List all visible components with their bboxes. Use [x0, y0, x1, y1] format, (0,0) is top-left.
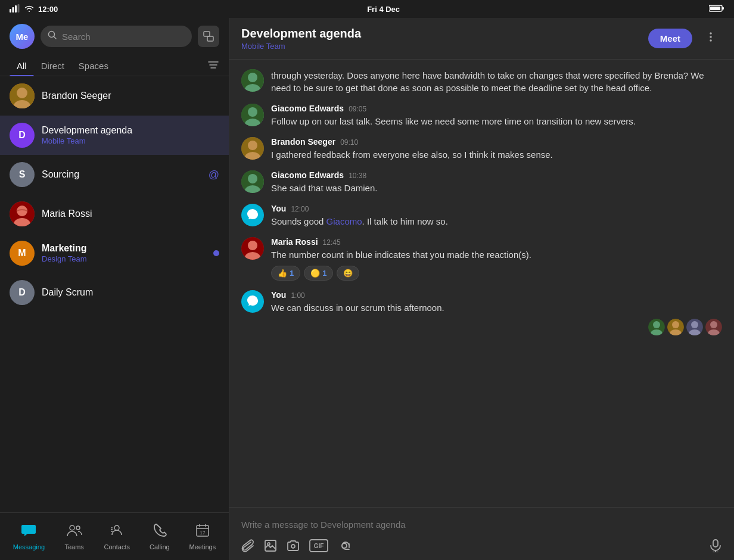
message-avatar: [241, 237, 264, 260]
svg-rect-64: [265, 540, 276, 551]
message-avatar: [241, 290, 264, 313]
message-avatar: [241, 204, 264, 226]
message-row: Maria Rossi 12:45 The number count in bl…: [241, 237, 722, 281]
avatar: S: [10, 162, 35, 187]
reaction-emoji: 👍: [278, 269, 287, 278]
message-sender: Giacomo Edwards: [271, 170, 344, 180]
camera-icon[interactable]: [287, 539, 300, 555]
tab-direct[interactable]: Direct: [34, 56, 71, 76]
message-avatar: [241, 170, 264, 193]
messages-area: through yesterday. Does anyone here have…: [229, 60, 734, 507]
convo-info: Marketing Design Team: [42, 243, 206, 263]
nav-teams[interactable]: Teams: [57, 518, 92, 555]
list-item[interactable]: S Sourcing @: [0, 155, 229, 194]
list-item[interactable]: M Marketing Design Team: [0, 234, 229, 273]
signal-icon: [10, 4, 20, 14]
status-date: Fri 4 Dec: [367, 5, 400, 14]
status-bar: 12:00 Fri 4 Dec: [0, 0, 734, 18]
convo-subtitle: Design Team: [42, 254, 206, 263]
image-icon[interactable]: [264, 539, 277, 555]
message-content: Giacomo Edwards 10:38 She said that was …: [271, 170, 722, 194]
messaging-label: Messaging: [13, 543, 45, 550]
list-item[interactable]: D Daily Scrum: [0, 273, 229, 312]
svg-rect-70: [713, 540, 718, 547]
message-sender: You: [271, 204, 286, 213]
chat-title: Development agenda: [241, 27, 641, 41]
list-item[interactable]: Maria Rossi: [0, 194, 229, 234]
list-item[interactable]: Brandon Seeger: [0, 76, 229, 116]
svg-point-23: [70, 525, 74, 530]
message-header: Giacomo Edwards 10:38: [271, 170, 722, 180]
message-input-area: Write a message to Development agenda: [229, 507, 734, 560]
tab-spaces[interactable]: Spaces: [71, 56, 116, 76]
svg-line-8: [54, 37, 57, 39]
svg-point-59: [691, 321, 698, 328]
message-header: Brandon Seeger 09:10: [271, 137, 722, 147]
convo-subtitle: Mobile Team: [42, 136, 219, 145]
message-row: You 12:00 Sounds good Giacomo. Il talk t…: [241, 204, 722, 228]
reaction-count: 1: [290, 269, 294, 278]
message-time: 10:38: [349, 172, 366, 180]
filter-icon[interactable]: [207, 60, 219, 72]
svg-point-35: [710, 36, 712, 38]
svg-point-44: [248, 141, 257, 150]
convo-name: Development agenda: [42, 125, 219, 136]
message-header: You 1:00: [271, 290, 722, 300]
chat-subtitle: Mobile Team: [241, 42, 641, 51]
svg-rect-0: [10, 9, 11, 13]
compose-button[interactable]: [198, 26, 219, 47]
avatar: D: [10, 123, 35, 148]
list-item[interactable]: D Development agenda Mobile Team: [0, 116, 229, 155]
svg-point-47: [248, 174, 257, 183]
message-sender: You: [271, 290, 286, 300]
svg-point-66: [291, 545, 295, 548]
message-time: 1:00: [291, 291, 304, 300]
tab-all[interactable]: All: [10, 56, 34, 76]
gif-icon[interactable]: GIF: [309, 539, 328, 555]
nav-meetings[interactable]: 17 Meetings: [185, 518, 221, 555]
convo-name: Maria Rossi: [42, 209, 219, 219]
svg-point-24: [76, 526, 80, 530]
reaction-emoji: 😄: [343, 269, 353, 278]
conversation-list: Brandon Seeger D Development agenda Mobi…: [0, 76, 229, 512]
chat-header: Development agenda Mobile Team Meet: [229, 18, 734, 60]
message-avatar: [241, 69, 264, 92]
seen-avatar: [705, 319, 722, 335]
svg-point-62: [710, 321, 717, 328]
user-avatar[interactable]: Me: [10, 24, 35, 49]
avatar: M: [10, 241, 35, 266]
svg-point-38: [248, 73, 257, 82]
mention-icon[interactable]: [338, 539, 351, 555]
nav-calling[interactable]: Calling: [142, 518, 178, 555]
svg-text:GIF: GIF: [314, 543, 324, 549]
svg-point-56: [672, 321, 679, 328]
convo-name: Marketing: [42, 243, 206, 254]
battery-icon: [709, 4, 724, 14]
seen-avatars: [271, 319, 722, 335]
message-input[interactable]: Write a message to Development agenda: [241, 515, 722, 534]
message-sender: Giacomo Edwards: [271, 104, 344, 113]
reaction-yellow[interactable]: 🟡 1: [304, 266, 333, 281]
more-options-button[interactable]: [699, 28, 722, 49]
message-row: Brandon Seeger 09:10 I gathered feedback…: [241, 137, 722, 161]
reaction-thumbs-up[interactable]: 👍 1: [271, 266, 300, 281]
convo-info: Development agenda Mobile Team: [42, 125, 219, 145]
teams-icon: [67, 523, 82, 541]
chat-title-block: Development agenda Mobile Team: [241, 27, 641, 51]
message-text: I gathered feedback from everyone else a…: [271, 148, 722, 161]
meet-button[interactable]: Meet: [648, 29, 692, 48]
nav-contacts[interactable]: Contacts: [99, 518, 135, 555]
attachment-icon[interactable]: [241, 539, 254, 555]
contacts-icon: [110, 523, 124, 541]
message-text: Follow up on our last talk. Seems like w…: [271, 115, 722, 127]
nav-messaging[interactable]: Messaging: [8, 518, 49, 555]
convo-info: Brandon Seeger: [42, 91, 219, 101]
svg-rect-10: [207, 36, 213, 41]
message-avatar: [241, 104, 264, 126]
message-header: You 12:00: [271, 204, 722, 213]
reaction-smile[interactable]: 😄: [337, 266, 359, 281]
seen-avatar: [667, 319, 684, 335]
meetings-icon: 17: [195, 523, 210, 541]
search-bar[interactable]: Search: [41, 26, 192, 47]
microphone-icon[interactable]: [709, 539, 722, 555]
